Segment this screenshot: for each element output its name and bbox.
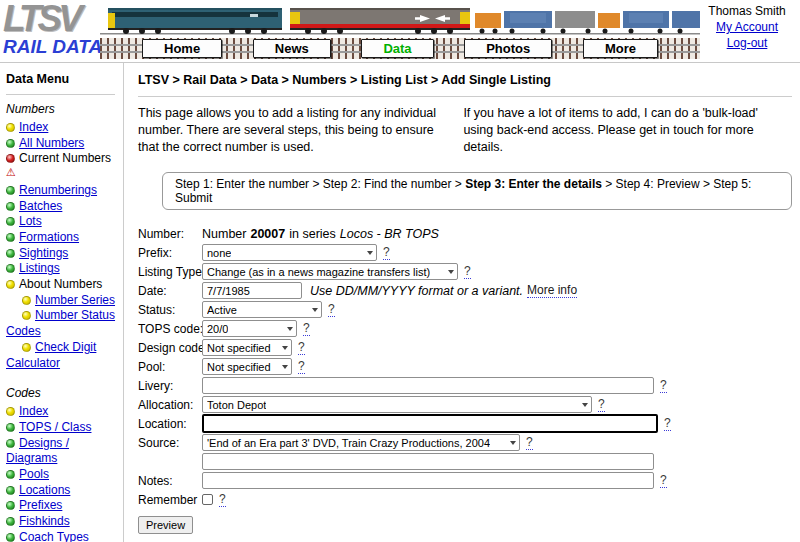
more-info-link[interactable]: More info [527, 283, 577, 298]
notes-input[interactable] [202, 472, 654, 489]
add-listing-form: Number: Number20007in seriesLocos - BR T… [138, 224, 792, 542]
sidebar-link[interactable]: All Numbers [19, 136, 84, 150]
livery-input[interactable] [202, 377, 654, 394]
sidebar-link[interactable]: Prefixes [19, 498, 62, 512]
remember-help-link[interactable]: ? [219, 492, 226, 507]
listing-type-select[interactable]: Change (as in a news magazine transfers … [202, 263, 458, 280]
preview-button[interactable]: Preview [138, 516, 193, 534]
status-row: Status: Active ? [138, 300, 792, 319]
sidebar-link[interactable]: Pools [19, 467, 49, 481]
sidebar-link[interactable]: Formations [19, 230, 79, 244]
sidebar-link[interactable]: Renumberings [19, 183, 97, 197]
number-series: Locos - BR TOPS [340, 227, 439, 241]
bullet-icon [6, 123, 15, 132]
pool-help-link[interactable]: ? [298, 359, 305, 374]
source-extra-input[interactable] [202, 453, 654, 470]
prefix-select[interactable]: none [202, 244, 377, 261]
design-code-help-link[interactable]: ? [298, 340, 305, 355]
design-code-select[interactable]: Not specified [202, 339, 292, 356]
prefix-help-link[interactable]: ? [383, 245, 390, 260]
bullet-icon [6, 202, 15, 211]
sidebar-text: About Numbers [19, 277, 102, 291]
sidebar-link[interactable]: Locations [19, 483, 70, 497]
tab-photos[interactable]: Photos [464, 39, 552, 58]
date-label: Date: [138, 284, 202, 298]
location-label: Location: [138, 417, 202, 431]
source-extra-row [138, 452, 792, 471]
sidebar-link[interactable]: Number Series [35, 293, 115, 307]
bullet-icon [22, 296, 31, 305]
sidebar-item-index: Index [6, 120, 121, 136]
listing-type-help-link[interactable]: ? [464, 264, 471, 279]
tops-code-help-link[interactable]: ? [303, 321, 310, 336]
sidebar-link[interactable]: Check Digit Calculator [6, 340, 96, 370]
sidebar-item-tops-class: TOPS / Class [6, 420, 121, 436]
pool-row: Pool: Not specified ? [138, 357, 792, 376]
status-help-link[interactable]: ? [328, 302, 335, 317]
prefix-row: Prefix: none ? [138, 243, 792, 262]
bullet-icon [6, 217, 15, 226]
livery-label: Livery: [138, 379, 202, 393]
allocation-label: Allocation: [138, 398, 202, 412]
source-help-link[interactable]: ? [526, 435, 533, 450]
status-select[interactable]: Active [202, 301, 322, 318]
livery-help-link[interactable]: ? [660, 378, 667, 393]
sidebar-link[interactable]: Listings [19, 261, 60, 275]
logout-link[interactable]: Log-out [727, 36, 768, 50]
allocation-row: Allocation: Toton Depot ? [138, 395, 792, 414]
sidebar-link[interactable]: Batches [19, 199, 62, 213]
sidebar-item-fishkinds: Fishkinds [6, 514, 121, 530]
sidebar-item-pools: Pools [6, 467, 121, 483]
bullet-icon [6, 264, 15, 273]
livery-row: Livery: ? [138, 376, 792, 395]
sidebar-link[interactable]: TOPS / Class [19, 420, 91, 434]
intro-left: This page allows you to add a listing fo… [138, 105, 445, 156]
location-help-link[interactable]: ? [664, 416, 671, 431]
bullet-icon [6, 533, 15, 542]
sidebar-item-warning [6, 167, 121, 183]
sidebar-item-number-status-codes: Number Status Codes [6, 308, 121, 339]
source-label: Source: [138, 436, 202, 450]
sidebar-link[interactable]: Lots [19, 214, 42, 228]
date-input[interactable] [202, 282, 302, 299]
sidebar-item-current-numbers: Current Numbers [6, 151, 121, 167]
location-input[interactable] [202, 414, 658, 433]
main-content: LTSV > Rail Data > Data > Numbers > List… [124, 63, 800, 542]
divider [138, 96, 792, 97]
user-block: Thomas Smith My Account Log-out [699, 3, 795, 51]
bullet-icon [6, 517, 15, 526]
sidebar-item-listings: Listings [6, 261, 121, 277]
notes-help-link[interactable]: ? [660, 473, 667, 488]
steps-current: Step 3: Enter the details [465, 177, 602, 191]
number-middle: in series [289, 227, 336, 241]
sidebar-link[interactable]: Designs / Diagrams [6, 436, 69, 466]
tab-news[interactable]: News [253, 39, 331, 58]
pool-select[interactable]: Not specified [202, 358, 292, 375]
sidebar-item-formations: Formations [6, 230, 121, 246]
bullet-icon [6, 501, 15, 510]
sidebar-link[interactable]: Index [19, 120, 48, 134]
source-select[interactable]: 'End of an Era part 3' DVD, Train Crazy … [202, 434, 520, 451]
sidebar-link[interactable]: Index [19, 404, 48, 418]
sidebar-item-designs-diagrams: Designs / Diagrams [6, 436, 121, 467]
tab-more[interactable]: More [583, 39, 658, 58]
allocation-help-link[interactable]: ? [598, 397, 605, 412]
steps-before: Step 1: Enter the number > Step 2: Find … [175, 177, 465, 191]
tops-code-select[interactable]: 20/0 [202, 320, 297, 337]
listing-type-label: Listing Type: [138, 265, 202, 279]
sidebar-link[interactable]: Coach Types [19, 530, 89, 542]
allocation-select[interactable]: Toton Depot [202, 396, 592, 413]
design-code-row: Design code: Not specified ? [138, 338, 792, 357]
sidebar-link[interactable]: Fishkinds [19, 514, 70, 528]
remember-checkbox[interactable] [202, 494, 213, 505]
sidebar-item-codes-index: Index [6, 404, 121, 420]
preview-button-row: Preview [138, 516, 792, 534]
sidebar-item-all-numbers: All Numbers [6, 136, 121, 152]
data-menu-sidebar: Data Menu Numbers Index All Numbers Curr… [0, 63, 124, 542]
my-account-link[interactable]: My Account [716, 20, 778, 34]
bullet-icon [6, 470, 15, 479]
status-label: Status: [138, 303, 202, 317]
sidebar-link[interactable]: Sightings [19, 246, 68, 260]
tab-home[interactable]: Home [142, 39, 222, 58]
tab-data[interactable]: Data [361, 39, 433, 58]
